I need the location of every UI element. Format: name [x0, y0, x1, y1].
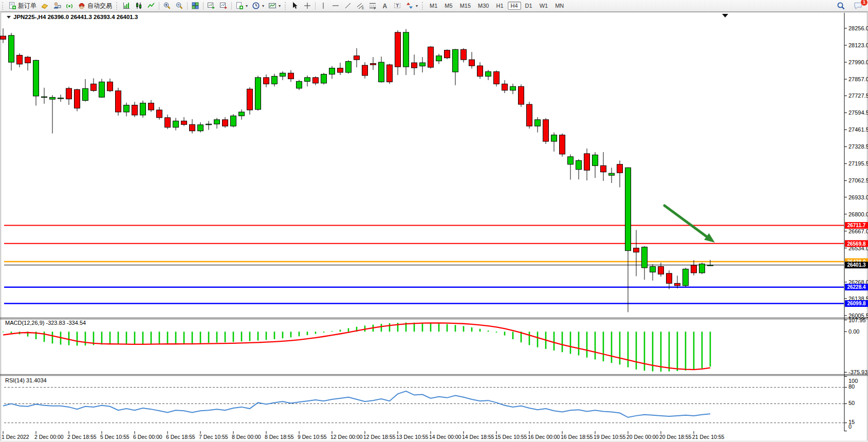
- toolbar-separator: [203, 2, 204, 10]
- gold-icon: [41, 2, 49, 10]
- toolbar-grip: [116, 2, 119, 10]
- timeframe-button-D1[interactable]: D1: [522, 2, 535, 10]
- candle: [297, 81, 302, 88]
- chart-autoscroll-button[interactable]: [217, 0, 230, 11]
- horizontal-line-icon: [331, 2, 340, 10]
- candlestick-chart-button[interactable]: [133, 0, 145, 11]
- candle: [601, 165, 606, 172]
- fibonacci-tool-button[interactable]: F: [366, 0, 379, 11]
- timeframe-button-H4[interactable]: H4: [508, 2, 521, 10]
- zoom-out-icon: [175, 2, 183, 10]
- candle: [42, 97, 47, 97]
- candle: [395, 32, 401, 67]
- zoom-in-icon: [163, 2, 171, 10]
- new-order-icon: [8, 2, 16, 10]
- text-tool-button[interactable]: A: [379, 0, 391, 11]
- search-button[interactable]: [835, 0, 847, 11]
- candle: [519, 86, 524, 104]
- timeframe-button-M1[interactable]: M1: [427, 2, 440, 10]
- arrows-tool-button[interactable]: ▾: [403, 0, 420, 11]
- auto-trading-button[interactable]: 自动交易: [76, 0, 114, 11]
- macd-label: MACD(12,26,9) -323.83 -334.54: [5, 320, 86, 326]
- timeframe-button-M30[interactable]: M30: [475, 2, 492, 10]
- level-price-badge-label: 26228.4: [847, 284, 866, 290]
- timeframe-button-MN[interactable]: MN: [552, 2, 567, 10]
- signals-button[interactable]: [63, 0, 76, 11]
- text-a-icon: A: [381, 2, 389, 10]
- timeframe-button-W1[interactable]: W1: [537, 2, 551, 10]
- candle: [157, 110, 162, 118]
- dropdown-caret-icon: ▾: [416, 4, 418, 8]
- time-tick-label: 1 Dec 2022: [2, 434, 29, 440]
- rsi-tick-label: 50: [848, 400, 855, 406]
- candle: [206, 124, 212, 124]
- dropdown-caret-icon: ▾: [246, 4, 248, 8]
- candle: [116, 91, 121, 112]
- zoom-in-button[interactable]: [161, 0, 173, 11]
- timeframe-button-M15[interactable]: M15: [457, 2, 474, 10]
- notification-badge: 1: [860, 0, 868, 6]
- new-chart-button[interactable]: ▾: [233, 0, 250, 11]
- timeframe-button-M5[interactable]: M5: [441, 2, 455, 10]
- time-tick-label: 19 Dec 10:55: [594, 434, 626, 440]
- timeframe-button-H1[interactable]: H1: [493, 2, 506, 10]
- price-chart[interactable]: JPN225-,H4 26396.0 26441.3 26393.4 26401…: [0, 12, 868, 442]
- crosshair-tool-button[interactable]: [301, 0, 313, 11]
- rsi-tick-label: 80: [848, 383, 855, 390]
- bar-chart-button[interactable]: [120, 0, 133, 11]
- candle: [346, 62, 352, 72]
- candle: [675, 283, 680, 285]
- candle: [305, 78, 310, 81]
- toolbar-separator: [231, 2, 232, 10]
- candle: [329, 68, 335, 74]
- candle: [173, 121, 179, 127]
- chart-title: JPN225-,H4 26396.0 26441.3 26393.4 26401…: [13, 14, 138, 20]
- time-tick-label: 9 Dec 10:55: [298, 434, 327, 440]
- candle: [576, 160, 582, 169]
- templates-button[interactable]: ▾: [266, 0, 283, 11]
- toolbar-grip: [285, 2, 287, 10]
- new-order-button[interactable]: 新订单: [6, 0, 39, 11]
- text-label-icon: T: [393, 2, 401, 10]
- candle: [658, 266, 664, 274]
- tile-windows-button[interactable]: [189, 0, 201, 11]
- search-icon: [837, 2, 845, 10]
- notifications-button[interactable]: 1: [852, 0, 865, 11]
- candle: [527, 104, 532, 126]
- line-chart-button[interactable]: [145, 0, 157, 11]
- timeframe-group: M1M5M15M30H1H4D1W1MN: [426, 2, 567, 9]
- candle: [83, 88, 88, 100]
- candle: [584, 154, 590, 170]
- candle: [1, 36, 6, 39]
- toolbar-separator: [159, 2, 159, 10]
- candle: [198, 125, 204, 131]
- dropdown-caret-icon: ▾: [279, 4, 281, 8]
- new-chart-icon: [235, 2, 244, 10]
- cursor-tool-button[interactable]: [289, 0, 301, 11]
- trendline-tool-button[interactable]: [342, 0, 354, 11]
- svg-text:F: F: [374, 7, 376, 10]
- chart-shift-button[interactable]: [205, 0, 217, 11]
- price-tick-label: 27461.5: [848, 126, 868, 133]
- period-clock-button[interactable]: ▾: [250, 0, 266, 11]
- candlestick-icon: [135, 2, 143, 10]
- candle: [494, 71, 500, 84]
- level-price-badge-label: 26401.3: [847, 262, 866, 268]
- candle: [461, 49, 467, 60]
- rsi-label: RSI(14) 31.4034: [5, 377, 47, 383]
- time-tick-label: 6 Dec 00:00: [133, 434, 162, 440]
- strategy-tester-button[interactable]: [51, 0, 63, 11]
- zoom-out-button[interactable]: [173, 0, 186, 11]
- candle: [264, 78, 269, 84]
- text-label-tool-button[interactable]: T: [391, 0, 403, 11]
- chart-shift-icon: [207, 2, 215, 10]
- horizontal-line-tool-button[interactable]: [329, 0, 342, 11]
- level-price-badge-label: 26099.8: [847, 301, 866, 306]
- channel-tool-button[interactable]: E: [354, 0, 366, 11]
- candle: [412, 63, 417, 68]
- vertical-line-tool-button[interactable]: [317, 0, 329, 11]
- market-watch-button[interactable]: [39, 0, 51, 11]
- candle: [379, 62, 384, 82]
- candle: [593, 155, 598, 165]
- chart-background[interactable]: [0, 12, 868, 442]
